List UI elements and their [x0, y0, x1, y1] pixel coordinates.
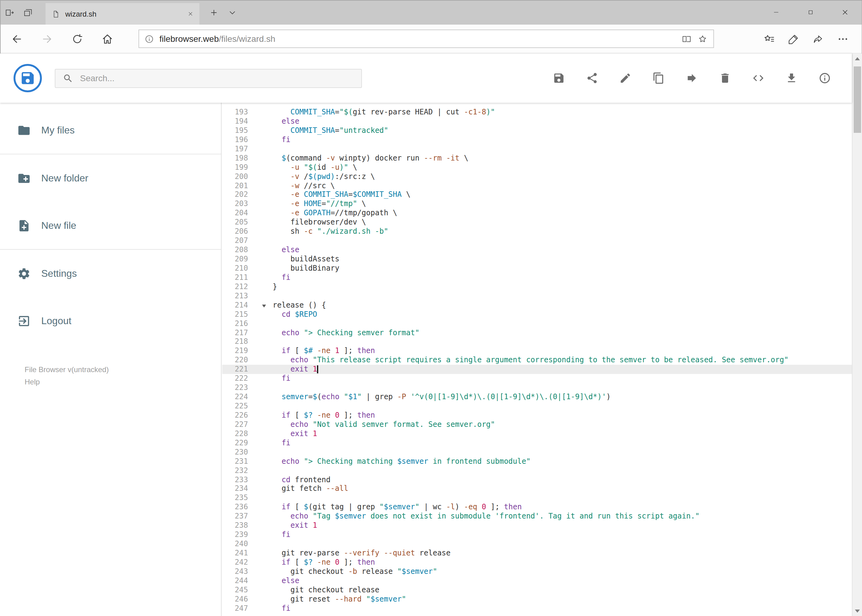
tab-close-icon[interactable] — [188, 11, 193, 17]
fold-toggle-icon[interactable] — [261, 302, 267, 308]
line-number: 234 — [222, 484, 253, 493]
favorite-star-icon[interactable] — [697, 33, 708, 44]
share-page-button[interactable] — [810, 30, 826, 48]
code-text: fi — [253, 604, 851, 613]
download-icon — [785, 72, 797, 84]
save-button[interactable] — [552, 72, 565, 84]
site-info-icon[interactable] — [145, 34, 154, 43]
code-text: git rev-parse --verify --quiet release — [253, 548, 851, 558]
move-button[interactable] — [686, 72, 698, 84]
line-number: 211 — [222, 273, 253, 282]
set-tabs-aside-button[interactable] — [0, 0, 19, 25]
code-line: 199 -u "$(id -u)" \ — [222, 163, 851, 172]
floppy-logo-icon — [20, 70, 36, 86]
code-text: if [ $(git tag | grep "$semver" | wc -l)… — [253, 503, 851, 512]
code-line: 201 -w //src \ — [222, 181, 851, 190]
dots-icon — [837, 33, 849, 45]
maximize-button[interactable] — [793, 0, 827, 25]
vertical-scrollbar[interactable] — [851, 53, 862, 616]
code-line: 218 — [222, 337, 851, 347]
edit-button[interactable] — [619, 72, 631, 84]
tab-preview-button[interactable] — [19, 0, 37, 25]
help-link[interactable]: Help — [25, 377, 109, 388]
sidebar-item-label: Logout — [41, 315, 71, 326]
code-line: 209 buildAssets — [222, 255, 851, 264]
line-number: 240 — [222, 539, 253, 548]
share-button[interactable] — [586, 72, 598, 84]
favorites-hub-button[interactable] — [761, 30, 777, 48]
code-editor[interactable]: 193 COMMIT_SHA="$(git rev-parse HEAD | c… — [222, 103, 851, 616]
new-tab-button[interactable] — [204, 0, 223, 25]
code-text: fi — [253, 530, 851, 539]
address-bar[interactable]: filebrowser.web/files/wizard.sh — [139, 30, 714, 48]
line-number: 244 — [222, 576, 253, 586]
file-browser-logo[interactable] — [14, 64, 42, 92]
info-button[interactable] — [818, 72, 830, 84]
code-line: 240 — [222, 539, 851, 548]
version-label: File Browser v(untracked) — [25, 365, 109, 375]
sidebar-item-my-files[interactable]: My files — [0, 107, 221, 154]
refresh-button[interactable] — [66, 28, 87, 49]
gear-icon — [17, 267, 31, 280]
move-icon — [686, 72, 698, 84]
tab-wizard-sh[interactable]: wizard.sh — [46, 3, 199, 25]
minimize-button[interactable] — [759, 0, 793, 25]
code-line: 220 echo "This release script requires a… — [222, 356, 851, 365]
code-text: exit 1 — [253, 429, 851, 438]
scroll-down-button[interactable] — [852, 605, 862, 616]
copy-icon — [652, 72, 664, 84]
line-number: 228 — [222, 429, 253, 438]
web-note-button[interactable] — [786, 30, 802, 48]
code-line: 247 fi — [222, 604, 851, 613]
home-button[interactable] — [97, 28, 118, 49]
search-box[interactable] — [55, 69, 362, 88]
sidebar-item-logout[interactable]: Logout — [0, 297, 221, 344]
reading-view-icon[interactable] — [681, 33, 692, 44]
chevron-down-icon — [227, 8, 236, 17]
code-text: -v /$(pwd):/src:z \ — [253, 172, 851, 181]
line-number: 233 — [222, 475, 253, 484]
line-number: 247 — [222, 604, 253, 613]
scrollbar-thumb[interactable] — [853, 66, 861, 133]
text-cursor — [317, 366, 318, 373]
search-input[interactable] — [80, 73, 354, 83]
line-number: 241 — [222, 548, 253, 558]
more-options-button[interactable] — [835, 30, 851, 48]
line-number: 230 — [222, 448, 253, 457]
code-line: 202 -e COMMIT_SHA=$COMMIT_SHA \ — [222, 190, 851, 200]
scroll-up-button[interactable] — [852, 53, 862, 64]
code-line: 196 fi — [222, 135, 851, 145]
line-number: 207 — [222, 236, 253, 245]
folder-icon — [17, 123, 31, 137]
code-line: 213 — [222, 292, 851, 301]
sidebar-item-settings[interactable]: Settings — [0, 250, 221, 297]
line-number: 218 — [222, 337, 253, 347]
code-icon — [752, 72, 764, 84]
code-line: 227 echo "Not valid semver format. See s… — [222, 420, 851, 429]
code-line: 242 if [ $? -ne 0 ]; then — [222, 558, 851, 567]
code-text: buildBinary — [253, 264, 851, 273]
tab-list-button[interactable] — [223, 0, 241, 25]
code-text: exit 1 — [253, 365, 851, 374]
code-line: 231 echo "> Checking matching $semver in… — [222, 457, 851, 466]
code-line: 195 COMMIT_SHA="untracked" — [222, 126, 851, 135]
nav-buttons-right — [761, 30, 853, 48]
forward-icon — [41, 33, 53, 45]
refresh-icon — [71, 33, 83, 45]
close-window-button[interactable] — [827, 0, 862, 25]
line-number: 200 — [222, 172, 253, 181]
copy-button[interactable] — [652, 72, 664, 84]
line-number: 232 — [222, 466, 253, 475]
line-number: 197 — [222, 145, 253, 154]
sidebar-item-new-file[interactable]: New file — [0, 202, 221, 249]
download-button[interactable] — [785, 72, 797, 84]
line-number: 216 — [222, 319, 253, 328]
back-button[interactable] — [6, 28, 27, 49]
view-source-button[interactable] — [752, 72, 764, 84]
code-text: release () { — [253, 300, 851, 310]
sidebar-item-new-folder[interactable]: New folder — [0, 154, 221, 202]
delete-button[interactable] — [719, 72, 731, 84]
code-line: 233 cd frontend — [222, 475, 851, 484]
code-text: if [ $? -ne 0 ]; then — [253, 558, 851, 567]
hub-icon — [763, 33, 775, 45]
